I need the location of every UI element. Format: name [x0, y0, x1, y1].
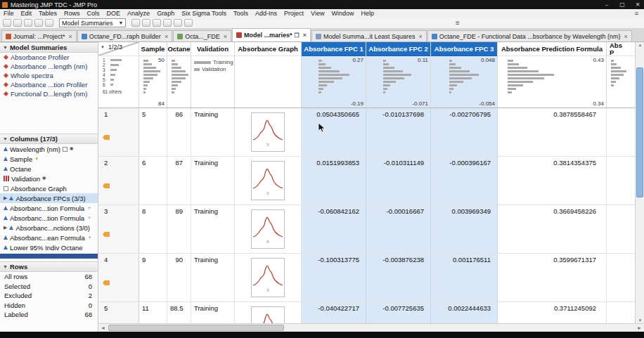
cell-fpc3[interactable]: -0.000396167	[431, 157, 498, 204]
vertical-scroll-thumb[interactable]	[636, 67, 643, 197]
column-item-absorbance-graph[interactable]: Absorbance Graph	[0, 183, 98, 193]
sidebar-item-absorbance-profiler[interactable]: Absorbance Profiler	[0, 53, 98, 62]
cell-fpc1[interactable]: -0.100313775	[302, 254, 366, 301]
rows-stat-hidden[interactable]: Hidden 0	[0, 301, 98, 311]
column-item-sample[interactable]: Sample ▼	[0, 154, 98, 164]
disclosure-icon[interactable]: ▼	[101, 45, 105, 49]
tab-fde-report[interactable]: Octane_FDE - Functional Data ...bsorbanc…	[427, 30, 632, 41]
cell-abs-partial[interactable]	[607, 205, 635, 253]
scroll-right-icon[interactable]: ►	[637, 325, 642, 330]
menu-six-sigma-tools[interactable]: Six Sigma Tools	[178, 10, 230, 17]
row-header[interactable]: 3	[98, 205, 139, 253]
toolbar-overflow-icon[interactable]: ≡	[456, 19, 460, 27]
tab-graph-builder[interactable]: Octane_FD...raph Builder ×	[77, 30, 172, 41]
cell-absorbance-graph[interactable]: 5	[235, 108, 302, 156]
rows-stat-selected[interactable]: Selected 0	[0, 282, 98, 292]
cell-absorbance-graph[interactable]: 6	[235, 157, 302, 204]
row-header[interactable]: 1	[98, 108, 139, 156]
tab-close-icon[interactable]: ×	[303, 32, 307, 39]
column-item-prediction-formula-1[interactable]: Absorbanc...tion Formula ＋	[0, 203, 98, 213]
column-item-validation[interactable]: Validation ✱	[0, 174, 98, 183]
menu-tables[interactable]: Tables	[35, 10, 60, 17]
menu-graph[interactable]: Graph	[153, 10, 178, 17]
column-header-fpc3[interactable]: Absorbance FPC 3	[431, 42, 497, 56]
save-icon[interactable]	[24, 19, 32, 27]
cell-validation[interactable]: Training	[191, 157, 235, 204]
crosshair-tool-icon[interactable]	[163, 19, 172, 27]
cell-sample[interactable]: 11	[139, 302, 167, 323]
row-header[interactable]: 4	[98, 254, 139, 301]
menu-window[interactable]: Window	[328, 10, 357, 17]
label-tag-icon[interactable]	[103, 183, 110, 188]
lasso-tool-icon[interactable]	[153, 19, 161, 27]
row-state-legend[interactable]: 1 2 3 4 5 6 61 others	[98, 56, 139, 108]
label-tag-icon[interactable]	[103, 232, 110, 237]
minimize-button[interactable]: –	[600, 0, 613, 9]
rows-stat-labeled[interactable]: Labeled 68	[0, 310, 98, 320]
cell-octane[interactable]: 87	[167, 157, 191, 204]
magnifier-tool-icon[interactable]	[174, 19, 182, 27]
column-header-sample[interactable]: Sample	[139, 42, 167, 56]
print-icon[interactable]	[34, 19, 43, 27]
cell-fpc3[interactable]: 0.003969349	[431, 205, 498, 253]
cell-fpc3[interactable]: 0.0022444633	[431, 302, 498, 323]
rows-stat-excluded[interactable]: Excluded 2	[0, 291, 98, 301]
cell-fpc1[interactable]: 0.0504350665	[302, 108, 366, 156]
horizontal-scroll-thumb[interactable]	[108, 325, 284, 331]
tab-close-icon[interactable]: ×	[69, 33, 72, 40]
grabber-tool-icon[interactable]	[131, 19, 140, 27]
column-header-absorbance-graph[interactable]: Absorbance Graph	[235, 42, 301, 56]
scroll-down-icon[interactable]: ▼	[636, 318, 644, 323]
column-item-absorbance-fpcs[interactable]: ▶ Absorbance FPCs (3/3)	[0, 193, 98, 203]
tab-close-icon[interactable]: ×	[165, 33, 168, 40]
column-item-wavelength[interactable]: Wavelength (nm) ✱	[0, 144, 98, 154]
cell-abs-partial[interactable]	[607, 302, 635, 323]
model-summaries-panel-header[interactable]: ▼ Model Summaries	[0, 42, 98, 53]
column-item-functions-group[interactable]: ▶ Absorbanc...nctions (3/0)	[0, 223, 98, 233]
column-item-prediction-formula-2[interactable]: Absorbanc...tion Formula ＋	[0, 213, 98, 223]
cell-sample[interactable]: 9	[139, 254, 167, 301]
cell-fpc3[interactable]: 0.001176511	[431, 254, 498, 301]
column-header-octane[interactable]: Octane	[167, 42, 191, 56]
chevron-down-icon[interactable]: ▼	[3, 264, 8, 269]
column-item-mean-formula[interactable]: Absorbanc...ean Formula ＋	[0, 233, 98, 242]
sidebar-item-absorbance-prediction-profiler[interactable]: Absorbance ...tion Profiler	[0, 80, 98, 89]
cell-sample[interactable]: 6	[139, 157, 167, 204]
scroll-left-icon[interactable]: ◄	[101, 325, 105, 330]
sample-histogram[interactable]: 50 84	[139, 56, 167, 108]
cell-abs-partial[interactable]	[607, 157, 635, 204]
cell-absorbance-graph[interactable]: 11	[235, 302, 302, 323]
tab-journal[interactable]: Journal: ...Project* ×	[1, 30, 77, 41]
menu-overflow-icon[interactable]: ≡	[629, 10, 644, 17]
abs-partial-histogram[interactable]	[607, 56, 635, 108]
scroll-up-icon[interactable]: ▲	[636, 43, 644, 47]
sidebar-item-whole-spectra[interactable]: Whole spectra	[0, 71, 98, 80]
tab-restore-icon[interactable]: ❐	[294, 32, 299, 39]
journal-icon[interactable]	[45, 19, 53, 27]
column-header-fpc2[interactable]: Absorbance FPC 2	[366, 42, 430, 56]
cell-fpc3[interactable]: -0.002706795	[431, 108, 498, 156]
cell-absorbance-graph[interactable]: 8	[235, 205, 302, 253]
column-header-abs-partial[interactable]: Abs P	[607, 42, 635, 56]
table-corner[interactable]: ▼ 1/2/3	[98, 42, 139, 56]
octane-histogram[interactable]	[167, 56, 191, 108]
brush-tool-icon[interactable]	[142, 19, 150, 27]
tab-least-squares[interactable]: Model Summa...it Least Squares ×	[311, 30, 427, 41]
chevron-right-icon[interactable]: ▶	[4, 225, 7, 230]
cell-fpc1[interactable]: -0.040422717	[302, 302, 366, 323]
cell-validation[interactable]: Training	[191, 254, 235, 301]
menu-view[interactable]: View	[307, 10, 328, 17]
cell-validation[interactable]: Training	[191, 205, 235, 253]
tab-model-summaries[interactable]: Model ...maries* ❐ ×	[232, 28, 311, 41]
row-header[interactable]: 5	[98, 302, 139, 323]
fpc2-histogram[interactable]: 0.11 -0.071	[366, 56, 430, 108]
chevron-right-icon[interactable]: ▶	[4, 195, 7, 201]
close-button[interactable]: ✕	[631, 0, 644, 9]
open-file-icon[interactable]	[13, 19, 22, 27]
cell-validation[interactable]: Training	[191, 108, 235, 156]
menu-tools[interactable]: Tools	[230, 10, 252, 17]
menu-addins[interactable]: Add-Ins	[252, 10, 281, 17]
cell-absorbance-graph[interactable]: 9	[235, 254, 302, 301]
cell-fpc2[interactable]: -0.00016667	[366, 205, 431, 253]
column-header-prediction-formula[interactable]: Absorbance Prediction Formula	[498, 42, 606, 56]
